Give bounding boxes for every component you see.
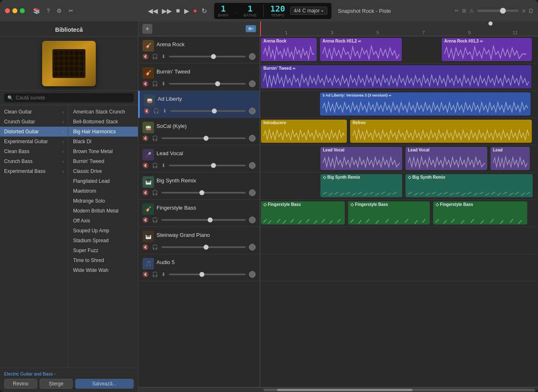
category-item-clean-guitar[interactable]: Clean Guitar › — [0, 107, 68, 117]
sterge-button[interactable]: Șterge — [40, 379, 73, 389]
category-item-crunch-guitar[interactable]: Crunch Guitar › — [0, 117, 68, 127]
track-vol-knob-ad-liberty[interactable] — [249, 108, 256, 114]
track-fader-audio-5[interactable] — [169, 274, 246, 275]
add-track-button[interactable]: + — [142, 24, 152, 34]
track-headphone-icon[interactable]: 🎧 — [152, 272, 158, 277]
track-item-lead-vocal[interactable]: 🎤 Lead Vocal 🔇 🎧 ⬇ — [138, 145, 260, 172]
track-headphone-icon[interactable]: 🎧 — [152, 163, 158, 168]
pencil-icon[interactable]: ✏ — [455, 8, 459, 14]
subcat-wide-wide-wah[interactable]: Wide Wide Wah — [68, 265, 138, 275]
subcat-souped-up[interactable]: Souped Up Amp — [68, 226, 138, 236]
track-vol-knob-burnin-tweed[interactable] — [249, 80, 256, 87]
track-mute-icon[interactable]: 🔇 — [142, 135, 149, 141]
salveaza-button[interactable]: Salvează... — [75, 379, 134, 389]
category-item-distorted-guitar[interactable]: Distorted Guitar › — [0, 127, 68, 137]
subcat-stadium-spread[interactable]: Stadium Spread — [68, 236, 138, 246]
rewind-button[interactable]: ◀◀ — [147, 6, 159, 16]
track-item-socal-kyle[interactable]: 🥁 SoCal (Kyle) 🔇 🎧 — [138, 118, 260, 145]
master-volume-slider[interactable] — [477, 9, 519, 12]
library-icon[interactable]: 📚 — [31, 7, 42, 15]
subcat-modern-british[interactable]: Modern British Metal — [68, 206, 138, 216]
revino-button[interactable]: Revino — [4, 379, 37, 389]
cycle-button[interactable]: ↻ — [201, 6, 208, 16]
track-vol-knob-fingerstyle-bass[interactable] — [249, 217, 256, 223]
clip-refren-1[interactable]: Refren — [350, 120, 532, 143]
track-item-steinway[interactable]: 🎹 Steinway Grand Piano 🔇 🎧 — [138, 227, 260, 254]
minimize-button[interactable] — [12, 8, 17, 13]
track-mute-icon[interactable]: 🔇 — [142, 244, 149, 250]
track-vol-knob-arena-rock[interactable] — [249, 53, 256, 60]
track-vol-knob-socal-kyle[interactable] — [249, 135, 256, 142]
category-item-experimental-bass[interactable]: Experimental Bass › — [0, 166, 68, 176]
track-fader-arena-rock[interactable] — [169, 56, 246, 57]
track-mute-icon[interactable]: 🔇 — [142, 81, 149, 87]
track-vol-knob-audio-5[interactable] — [249, 271, 256, 278]
clip-big-synth-1[interactable]: ◇ Big Synth Remix — [320, 174, 402, 197]
subcat-maelstrom[interactable]: Maelstrom — [68, 186, 138, 196]
clip-burnin-tweed-1[interactable]: Burnin' Tweed ∞ — [261, 65, 531, 88]
scrollbar-thumb[interactable] — [277, 389, 413, 391]
subcat-big-hair[interactable]: Big Hair Harmonics — [68, 127, 138, 137]
clip-big-synth-2[interactable]: ◇ Big Synth Remix — [405, 174, 533, 197]
search-input[interactable] — [16, 95, 130, 101]
subcat-flangilated[interactable]: Flangilated Lead — [68, 176, 138, 186]
clip-lead-vocal-1[interactable]: Lead Vocal — [320, 147, 402, 170]
subcat-midrange-solo[interactable]: Midrange Solo — [68, 196, 138, 206]
track-fader-socal-kyle[interactable] — [161, 137, 246, 139]
subcat-off-axis[interactable]: Off Axis — [68, 216, 138, 226]
clip-arena-rock-2[interactable]: Arena Rock #01,2 ∞ — [320, 38, 402, 61]
track-fader-ad-liberty[interactable] — [170, 110, 246, 112]
track-mute-icon[interactable]: 🔇 — [144, 108, 150, 114]
track-headphone-icon[interactable]: 🎧 — [152, 190, 158, 196]
clip-lead-vocal-3[interactable]: Lead — [491, 147, 530, 170]
clip-fingerstyle-1[interactable]: ◇ Fingerstyle Bass — [261, 201, 345, 224]
subcat-brown-tone[interactable]: Brown Tone Metal — [68, 146, 138, 156]
timeline-content[interactable]: Arena Rock Arena Rock #01,2 ∞ — [260, 36, 538, 387]
clip-fingerstyle-2[interactable]: ◇ Fingerstyle Bass — [348, 201, 430, 224]
time-sig-box[interactable]: 4/4 C major ▾ — [290, 7, 327, 15]
clip-intro-1[interactable]: Introducere — [261, 120, 347, 143]
track-headphone-icon[interactable]: 🎧 — [152, 135, 158, 141]
track-item-burnin-tweed[interactable]: 🎸 Burnin' Tweed 🔇 🎧 ⬇ — [138, 64, 260, 91]
fast-forward-button[interactable]: ▶▶ — [161, 6, 173, 16]
clip-fingerstyle-3[interactable]: ◇ Fingerstyle Bass — [433, 201, 527, 224]
track-vol-knob-lead-vocal[interactable] — [249, 162, 256, 169]
track-vol-knob-big-synth[interactable] — [249, 189, 256, 196]
category-item-clean-bass[interactable]: Clean Bass › — [0, 146, 68, 156]
track-fader-lead-vocal[interactable] — [169, 165, 246, 166]
track-fader-fingerstyle-bass[interactable] — [161, 219, 246, 221]
headphone-icon[interactable]: Ω — [529, 7, 533, 14]
track-mute-icon[interactable]: 🔇 — [142, 190, 149, 196]
track-headphone-icon[interactable]: 🎧 — [152, 54, 158, 59]
record-button[interactable]: ● — [192, 6, 198, 15]
track-fader-big-synth[interactable] — [161, 192, 246, 194]
track-fader-burnin-tweed[interactable] — [169, 83, 246, 85]
track-lock-icon[interactable]: ⬇ — [163, 108, 167, 114]
clip-arena-rock-1[interactable]: Arena Rock — [261, 38, 317, 61]
subcat-american-stack[interactable]: American Stack Crunch — [68, 107, 138, 117]
grid-icon[interactable]: ⊞ — [462, 8, 466, 14]
track-mute-icon[interactable]: 🔇 — [142, 163, 149, 168]
category-item-crunch-bass[interactable]: Crunch Bass › — [0, 156, 68, 166]
scissors-icon[interactable]: ✂ — [67, 7, 75, 15]
subcat-black-di[interactable]: Black DI — [68, 137, 138, 146]
track-mute-icon[interactable]: 🔇 — [142, 217, 149, 223]
settings-icon[interactable]: ⚙ — [55, 7, 64, 15]
clip-ad-liberty-1[interactable]: 3 Ad Liberty: Versiunea 3 (3 versiuni) ∞ — [320, 92, 531, 116]
track-headphone-icon[interactable]: 🎧 — [152, 81, 158, 87]
clip-lead-vocal-2[interactable]: Lead Vocal — [405, 147, 487, 170]
track-mute-icon[interactable]: 🔇 — [142, 54, 149, 59]
clip-arena-rock-3[interactable]: Arena Rock #01,3 ∞ — [442, 38, 532, 61]
subcat-bell-bottomed[interactable]: Bell-Bottomed Stack — [68, 117, 138, 127]
track-vol-knob-steinway[interactable] — [249, 244, 256, 250]
track-item-big-synth[interactable]: 🎹 Big Synth Remix 🔇 🎧 — [138, 172, 260, 200]
stop-button[interactable]: ■ — [175, 6, 181, 15]
help-icon[interactable]: ? — [45, 7, 52, 15]
track-headphone-icon[interactable]: 🎧 — [152, 217, 158, 223]
track-view-btn-1[interactable]: ⊕‹ — [246, 25, 256, 32]
track-lock-icon[interactable]: ⬇ — [161, 272, 166, 277]
track-lock-icon[interactable]: ⬇ — [161, 163, 166, 168]
track-item-audio-5[interactable]: 🎵 Audio 5 🔇 🎧 ⬇ — [138, 254, 260, 281]
subcat-burnin-tweed[interactable]: Burnin' Tweed — [68, 156, 138, 166]
track-headphone-icon[interactable]: 🎧 — [152, 244, 158, 250]
